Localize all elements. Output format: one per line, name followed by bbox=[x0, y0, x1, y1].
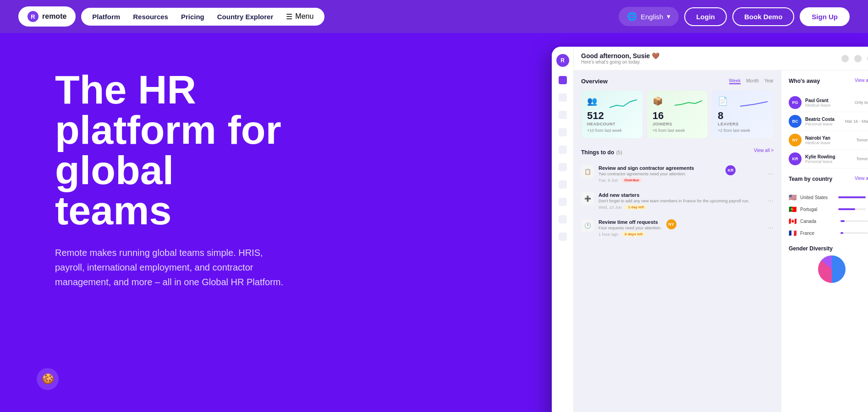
login-button[interactable]: Login bbox=[684, 7, 727, 26]
country-flag: 🇺🇸 bbox=[789, 194, 797, 201]
headcount-num: 512 bbox=[587, 110, 637, 122]
sidebar-icon-8[interactable] bbox=[559, 198, 567, 206]
sidebar-icon-1[interactable] bbox=[559, 76, 567, 84]
away-type: Personal leave bbox=[805, 159, 835, 164]
stat-cards: 👥 512 HEADCOUNT +10 from last week 📦 bbox=[581, 90, 774, 139]
book-demo-button[interactable]: Book Demo bbox=[732, 7, 794, 26]
stat-joiners: 📦 16 JOINERS +5 from last week bbox=[647, 90, 709, 139]
todo-meta-2: Wed, 10 Jun 1 day left bbox=[599, 205, 749, 210]
country-item: 🇫🇷 France 5 bbox=[789, 227, 868, 239]
away-info: Paul Grant Medical leave bbox=[805, 98, 830, 108]
country-name: United States bbox=[800, 195, 835, 200]
todo-sub-3: Four requests need your attention. bbox=[599, 226, 662, 230]
sidebar-icon-9[interactable] bbox=[559, 215, 567, 223]
country-bar bbox=[838, 196, 866, 198]
away-item: BC Beatriz Costa Personal leave Mar 16 -… bbox=[789, 112, 868, 131]
away-info: Nairobi Yan Medical leave bbox=[805, 136, 830, 145]
nav-menu[interactable]: ☰ Menu bbox=[286, 12, 313, 21]
things-to-do-view-all[interactable]: View all > bbox=[754, 148, 774, 156]
overdue-badge-1: Overdue bbox=[621, 178, 642, 183]
todo-avatar-1: KR bbox=[725, 165, 736, 175]
country-bar bbox=[841, 220, 845, 222]
days-badge-3: 6 days left bbox=[622, 232, 645, 237]
language-button[interactable]: 🌐 English ▾ bbox=[619, 7, 679, 26]
todo-item-3: 🕐 Review time off requests Four requests… bbox=[581, 215, 774, 242]
logo[interactable]: R remote bbox=[18, 6, 76, 27]
headcount-chart bbox=[610, 96, 637, 110]
leavers-num: 8 bbox=[718, 110, 768, 122]
dashboard-right-panel: Who's away View all > PG Paul Grant Medi… bbox=[781, 70, 868, 412]
gender-diversity-section: Gender Diversity bbox=[789, 245, 868, 283]
stat-leavers: 📄 8 LEAVERS +2 from last week bbox=[712, 90, 774, 139]
dashboard-card: R Good afternoon, Susie 🤎 Here's what's … bbox=[552, 47, 868, 412]
sidebar-icon-6[interactable] bbox=[559, 163, 567, 171]
headcount-label: HEADCOUNT bbox=[587, 122, 637, 126]
country-flag: 🇫🇷 bbox=[789, 229, 797, 237]
todo-title-2: Add new starters bbox=[599, 192, 749, 198]
stat-headcount: 👥 512 HEADCOUNT +10 from last week bbox=[581, 90, 643, 139]
nav-pricing[interactable]: Pricing bbox=[181, 13, 204, 21]
todo-meta-3: 1 hour ago 6 days left bbox=[599, 232, 662, 237]
hamburger-icon: ☰ bbox=[286, 12, 292, 21]
todo-text-2: Add new starters Don't forget to add any… bbox=[599, 192, 749, 210]
todo-dots-3[interactable]: ⋯ bbox=[767, 224, 774, 232]
overview-tabs: Week Month Year bbox=[729, 78, 774, 84]
menu-label: Menu bbox=[295, 12, 313, 21]
day-badge-2: 1 day left bbox=[625, 205, 647, 210]
sidebar-icon-2[interactable] bbox=[559, 93, 567, 102]
todo-avatar-3: NY bbox=[666, 219, 676, 229]
topbar-settings-icon[interactable] bbox=[854, 55, 862, 62]
dashboard-greeting: Good afternoon, Susie 🤎 bbox=[581, 52, 659, 60]
dashboard-left-panel: Overview Week Month Year 👥 bbox=[574, 70, 781, 412]
whos-away-list: PG Paul Grant Medical leave Only today B… bbox=[789, 93, 868, 168]
nav-country-explorer[interactable]: Country Explorer bbox=[217, 13, 274, 21]
nav-resources[interactable]: Resources bbox=[133, 13, 168, 21]
country-bar bbox=[838, 208, 855, 210]
sidebar-icon-3[interactable] bbox=[559, 111, 567, 119]
dashboard-greeting-area: Good afternoon, Susie 🤎 Here's what's go… bbox=[581, 52, 659, 65]
whos-away-view-all[interactable]: View all > bbox=[855, 78, 868, 89]
country-bar-wrap bbox=[841, 232, 868, 234]
todo-sub-2: Don't forget to add any new team members… bbox=[599, 199, 749, 203]
nav-platform[interactable]: Platform bbox=[92, 13, 120, 21]
whos-away-title: Who's away bbox=[789, 78, 820, 84]
tab-week[interactable]: Week bbox=[729, 78, 741, 84]
team-by-country-view-all[interactable]: View all > bbox=[855, 176, 868, 187]
sidebar-icon-4[interactable] bbox=[559, 128, 567, 136]
away-avatar: NY bbox=[789, 134, 802, 146]
tab-year[interactable]: Year bbox=[764, 78, 774, 84]
joiners-num: 16 bbox=[653, 110, 703, 122]
away-name: Beatriz Costa bbox=[805, 117, 835, 122]
logo-r-icon: R bbox=[27, 11, 38, 22]
todo-icon-3: 🕐 bbox=[581, 219, 594, 232]
sidebar-logo: R bbox=[556, 54, 569, 67]
hero-subtitle: Remote makes running global teams simple… bbox=[55, 245, 293, 289]
leavers-chart bbox=[740, 96, 768, 110]
country-name: Portugal bbox=[800, 207, 835, 212]
todo-meta-1: Tue, 9 Jun Overdue bbox=[599, 178, 694, 183]
dashboard-content: Overview Week Month Year 👥 bbox=[574, 70, 868, 412]
todo-item-1: 📋 Review and sign contractor agreements … bbox=[581, 161, 774, 188]
todo-dots-2[interactable]: ⋯ bbox=[767, 197, 774, 205]
team-by-country-title: Team by country bbox=[789, 176, 832, 182]
away-date: Only today bbox=[855, 100, 868, 105]
todo-dots-1[interactable]: ⋯ bbox=[767, 170, 774, 178]
signup-button[interactable]: Sign Up bbox=[800, 7, 850, 26]
todo-icon-2: ➕ bbox=[581, 192, 594, 205]
away-type: Medical leave bbox=[805, 141, 830, 145]
sidebar-icon-5[interactable] bbox=[559, 146, 567, 154]
todo-text-3: Review time off requests Four requests n… bbox=[599, 219, 662, 237]
things-to-do-title-area: Things to do (5) bbox=[581, 148, 622, 156]
hero-title: The HR platform for global teams bbox=[55, 70, 330, 231]
leavers-delta: +2 from last week bbox=[718, 128, 768, 133]
dashboard-main: Good afternoon, Susie 🤎 Here's what's go… bbox=[574, 47, 868, 412]
country-bar bbox=[841, 232, 843, 234]
sidebar-icon-7[interactable] bbox=[559, 180, 567, 189]
tab-month[interactable]: Month bbox=[746, 78, 759, 84]
headcount-delta: +10 from last week bbox=[587, 128, 637, 133]
sidebar-icon-10[interactable] bbox=[559, 233, 567, 241]
topbar-search-icon[interactable] bbox=[841, 55, 849, 62]
cookie-icon[interactable]: 🍪 bbox=[37, 368, 59, 390]
todo-date-2: Wed, 10 Jun bbox=[599, 205, 621, 210]
country-list: 🇺🇸 United States 52 🇵🇹 Portugal 32 🇨🇦 Ca… bbox=[789, 191, 868, 239]
